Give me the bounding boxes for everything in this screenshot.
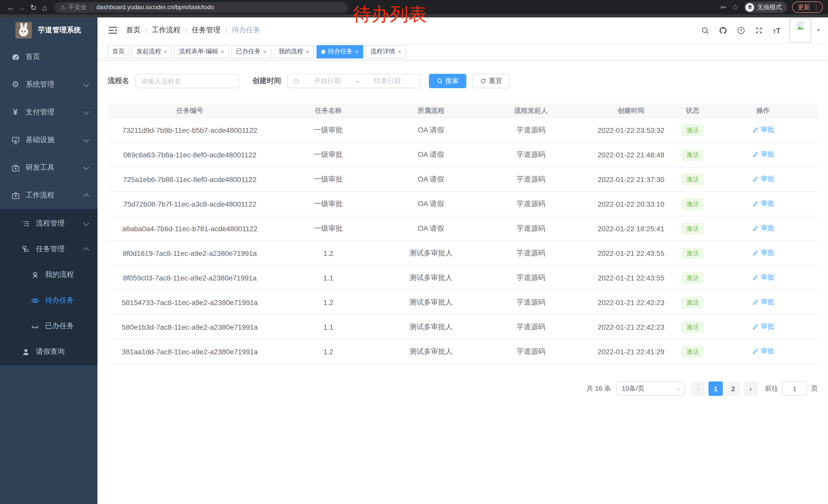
sidebar-item-leave-query[interactable]: 请假查询 [0,339,97,365]
breadcrumb-home[interactable]: 首页 [126,26,140,35]
tab-home[interactable]: 首页 [108,45,129,58]
cell-task-name: 1.1 [272,315,385,339]
approve-link[interactable]: 审批 [752,273,774,282]
browser-forward-button[interactable]: → [16,2,28,13]
approve-label: 审批 [761,297,774,307]
logo-row[interactable]: 芋道管理系统 [0,17,97,43]
sidebar-collapse-icon[interactable] [108,26,118,35]
cell-action: 审批 [708,216,818,241]
goto-page-input[interactable] [782,381,807,396]
sidebar-item-task-management[interactable]: 任务管理 [0,236,97,262]
next-page-button[interactable]: › [743,381,758,396]
sidebar-item-my-process[interactable]: 我的流程 [0,262,97,288]
incognito-label: 无痕模式 [757,3,782,11]
cell-process: OA 请假 [385,216,477,241]
reset-button[interactable]: 重置 [472,74,510,88]
close-icon[interactable]: × [220,48,224,55]
sidebar-item-home[interactable]: 首页 [0,43,97,71]
approve-link[interactable]: 审批 [752,150,774,159]
browser-reload-button[interactable]: ↻ [28,2,39,13]
browser-menu-icon[interactable]: ⋮ [813,4,819,11]
tab-my-process[interactable]: 我的流程 × [274,45,314,58]
sidebar-item-workflow[interactable]: 工作流程 [0,182,97,209]
tab-start-process[interactable]: 发起流程 × [132,45,172,58]
password-key-icon[interactable] [719,4,727,11]
date-range-input[interactable]: 开始日期 - 结束日期 [287,74,421,88]
tab-todo-tasks[interactable]: 待办任务 × [317,45,363,58]
cell-starter: 芋道源码 [477,315,585,339]
tab-label: 首页 [112,47,125,56]
cell-task-name: 一级审批 [272,191,385,216]
breadcrumb-task-management[interactable]: 任务管理 [192,26,220,35]
cell-starter: 芋道源码 [477,167,585,191]
incognito-icon [745,3,754,11]
col-task-name: 任务名称 [272,103,385,118]
search-button[interactable]: 搜索 [429,74,466,88]
end-date-placeholder: 结束日期 [359,77,415,86]
search-icon [437,78,443,84]
sidebar-item-process-management[interactable]: 流程管理 [0,211,97,236]
incognito-badge: 无痕模式 [744,2,787,13]
active-tab-dot [321,49,325,54]
approve-link[interactable]: 审批 [752,199,774,209]
browser-home-button[interactable]: ⌂ [39,2,50,13]
approve-link[interactable]: 审批 [752,224,774,233]
sidebar-item-infrastructure[interactable]: 基础设施 [0,126,97,154]
cell-task-name: 1.2 [272,241,385,265]
sidebar-item-todo-tasks[interactable]: 待办任务 [0,288,97,313]
cell-task-id: 75d72608-7b7f-11ec-a3c8-acde48001122 [108,191,272,216]
help-icon[interactable]: ? [736,26,745,35]
address-bar[interactable]: ⚠ 不安全 | dashboard.yudao.iocoder.cn/bpm/t… [54,2,348,12]
page-button-2[interactable]: 2 [726,381,740,396]
approve-link[interactable]: 审批 [752,297,774,307]
tab-process-detail[interactable]: 流程详情 × [366,45,406,58]
prev-page-button[interactable]: ‹ [691,381,705,396]
search-icon[interactable] [700,26,709,35]
cell-task-name: 一级审批 [272,118,385,142]
tab-done-tasks[interactable]: 已办任务 × [232,45,272,58]
close-icon[interactable]: × [355,48,359,55]
chevron-down-icon [83,220,89,226]
cell-task-name: 一级审批 [272,216,385,241]
browser-update-button[interactable]: 更新 ⋮ [792,2,823,13]
breadcrumb-workflow[interactable]: 工作流程 [152,26,180,35]
task-table: 任务编号 任务名称 所属流程 流程发起人 创建时间 状态 操作 73211d9d… [108,103,818,364]
approve-link[interactable]: 审批 [752,125,774,135]
approve-link[interactable]: 审批 [752,347,774,356]
font-size-icon[interactable]: TT [772,26,781,35]
tab-form-edit[interactable]: 流程表单-编辑 × [174,45,229,58]
edit-icon [752,250,759,256]
sidebar-item-payment[interactable]: ¥ 支付管理 [0,98,97,126]
monitor-icon [10,136,20,144]
close-icon[interactable]: × [164,48,167,55]
approve-link[interactable]: 审批 [752,248,774,258]
process-name-input[interactable] [135,74,239,88]
col-actions: 操作 [708,103,818,118]
page-size-select[interactable]: 10条/页 [616,381,685,396]
avatar-dropdown-caret[interactable]: ▼ [816,28,821,33]
tags-view: 首页 发起流程 × 流程表单-编辑 × 已办任务 × 我的流程 × [97,43,828,60]
bookmark-star-icon[interactable]: ☆ [732,3,739,12]
close-icon[interactable]: × [263,48,267,55]
close-icon[interactable]: × [306,48,309,55]
page-button-1[interactable]: 1 [708,381,723,396]
fullscreen-icon[interactable] [754,26,763,35]
close-icon[interactable]: × [398,48,401,55]
sidebar-menu: 首页 ⚙ 系统管理 ¥ 支付管理 基础设施 [0,43,97,365]
cell-task-id: 725a1eb6-7b88-11ec-8ef0-acde48001122 [108,167,272,191]
update-label: 更新 [798,3,810,11]
github-icon[interactable] [718,26,728,35]
approve-link[interactable]: 审批 [752,175,774,184]
briefcase-icon [10,163,20,172]
approve-label: 审批 [761,224,774,233]
avatar[interactable] [790,18,811,42]
approve-link[interactable]: 审批 [752,322,774,331]
cell-created: 2022-01-21 22:42:23 [585,315,677,339]
sidebar-item-devtools[interactable]: 研发工具 [0,154,97,182]
browser-back-button[interactable]: ← [5,2,16,13]
sidebar-item-done-tasks[interactable]: 已办任务 [0,313,97,339]
browser-chrome: ← → ↻ ⌂ ⚠ 不安全 | dashboard.yudao.iocoder.… [0,0,828,14]
cell-process: 测试多审批人 [385,315,477,339]
cell-action: 审批 [708,142,818,167]
sidebar-item-system[interactable]: ⚙ 系统管理 [0,71,97,98]
